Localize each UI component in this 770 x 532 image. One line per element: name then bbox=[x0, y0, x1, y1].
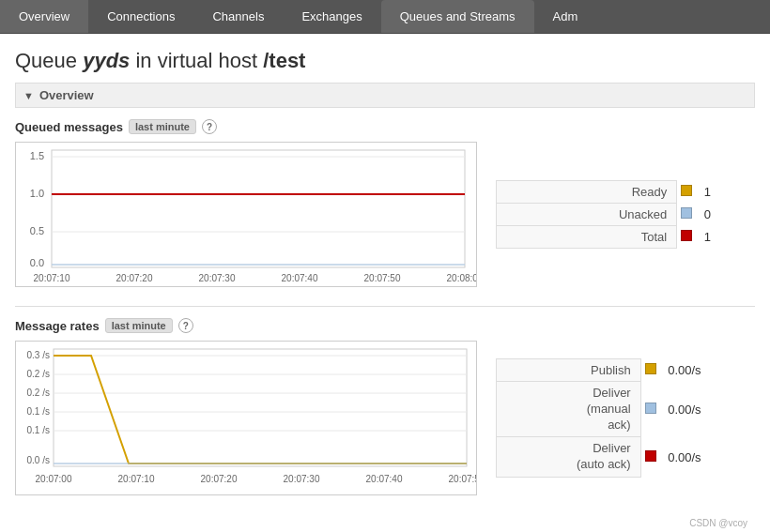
queued-messages-chart: 1.5 1.0 0.5 0.0 20:07:1 bbox=[15, 142, 477, 287]
stats-value-publish: 0.00/s bbox=[660, 358, 754, 381]
nav-bar: Overview Connections Channels Exchanges … bbox=[0, 0, 770, 34]
nav-item-connections[interactable]: Connections bbox=[88, 0, 193, 33]
svg-text:20:07:40: 20:07:40 bbox=[366, 474, 403, 484]
queued-messages-stats: Ready 1 Unacked 0 Total 1 bbox=[496, 142, 755, 287]
queued-messages-badge[interactable]: last minute bbox=[129, 119, 196, 134]
queue-name: yyds bbox=[83, 49, 130, 72]
overview-section-header[interactable]: ▼ Overview bbox=[15, 83, 755, 108]
nav-item-exchanges[interactable]: Exchanges bbox=[283, 0, 380, 33]
svg-text:0.1 /s: 0.1 /s bbox=[27, 406, 50, 417]
message-rates-chart: 0.3 /s 0.2 /s 0.2 /s 0.1 /s 0.1 /s 0.0 /… bbox=[15, 341, 477, 495]
stats-label-total: Total bbox=[497, 226, 677, 249]
stats-label-publish: Publish bbox=[497, 358, 641, 381]
message-rates-badge[interactable]: last minute bbox=[105, 318, 173, 333]
svg-text:20:07:50: 20:07:50 bbox=[364, 273, 401, 283]
message-rates-label: Message rates bbox=[15, 319, 100, 333]
page-content: Queue yyds in virtual host /test ▼ Overv… bbox=[0, 34, 770, 532]
message-rates-stats: Publish 0.00/s Deliver(manualack) 0.00/s… bbox=[496, 341, 755, 495]
svg-text:20:07:20: 20:07:20 bbox=[201, 474, 238, 484]
nav-item-admin[interactable]: Adm bbox=[534, 0, 597, 33]
svg-text:0.2 /s: 0.2 /s bbox=[27, 369, 50, 379]
stats-value-deliver-auto: 0.00/s bbox=[660, 437, 754, 478]
svg-text:0.5: 0.5 bbox=[30, 225, 44, 236]
message-rates-stats-table: Publish 0.00/s Deliver(manualack) 0.00/s… bbox=[496, 358, 755, 478]
title-middle: in virtual host bbox=[135, 49, 263, 72]
message-rates-row: 0.3 /s 0.2 /s 0.2 /s 0.1 /s 0.1 /s 0.0 /… bbox=[15, 341, 755, 495]
stats-color-unacked bbox=[677, 204, 697, 226]
queued-messages-title-row: Queued messages last minute ? bbox=[15, 119, 755, 134]
stats-value-ready: 1 bbox=[697, 181, 755, 204]
svg-rect-23 bbox=[54, 349, 467, 466]
stats-label-deliver-manual: Deliver(manualack) bbox=[497, 381, 641, 437]
stats-row-total: Total 1 bbox=[497, 226, 755, 249]
svg-text:20:07:30: 20:07:30 bbox=[199, 273, 236, 283]
stats-row-unacked: Unacked 0 bbox=[497, 204, 755, 226]
overview-section-label: Overview bbox=[39, 88, 94, 102]
watermark: CSDN @vcoy bbox=[15, 514, 755, 532]
queued-messages-label: Queued messages bbox=[15, 120, 123, 134]
svg-text:1.0: 1.0 bbox=[30, 188, 44, 199]
queued-messages-help[interactable]: ? bbox=[202, 119, 217, 134]
page-title: Queue yyds in virtual host /test bbox=[15, 49, 755, 73]
stats-color-ready bbox=[677, 181, 697, 204]
svg-rect-4 bbox=[52, 150, 465, 267]
stats-label-ready: Ready bbox=[497, 181, 677, 204]
svg-text:0.3 /s: 0.3 /s bbox=[27, 350, 50, 360]
svg-text:20:07:10: 20:07:10 bbox=[118, 474, 155, 484]
svg-text:20:07:30: 20:07:30 bbox=[284, 474, 320, 484]
stats-value-total: 1 bbox=[697, 226, 755, 249]
nav-item-channels[interactable]: Channels bbox=[193, 0, 283, 33]
queued-messages-stats-table: Ready 1 Unacked 0 Total 1 bbox=[496, 180, 755, 249]
nav-item-queues[interactable]: Queues and Streams bbox=[381, 0, 534, 33]
message-rates-svg: 0.3 /s 0.2 /s 0.2 /s 0.1 /s 0.1 /s 0.0 /… bbox=[16, 342, 476, 492]
stats-value-deliver-manual: 0.00/s bbox=[660, 381, 754, 437]
queued-messages-row: 1.5 1.0 0.5 0.0 20:07:1 bbox=[15, 142, 755, 287]
svg-text:20:07:00: 20:07:00 bbox=[36, 474, 72, 484]
queued-messages-svg: 1.5 1.0 0.5 0.0 20:07:1 bbox=[16, 143, 476, 283]
svg-text:20:07:40: 20:07:40 bbox=[282, 273, 318, 283]
message-rates-title-row: Message rates last minute ? bbox=[15, 318, 755, 333]
svg-text:1.5: 1.5 bbox=[30, 150, 44, 161]
section-divider-1 bbox=[15, 306, 755, 307]
virtual-host: /test bbox=[263, 49, 305, 72]
stats-row-deliver-manual: Deliver(manualack) 0.00/s bbox=[497, 381, 755, 437]
svg-text:20:07:20: 20:07:20 bbox=[116, 273, 153, 283]
svg-text:0.0: 0.0 bbox=[30, 257, 44, 268]
nav-item-overview[interactable]: Overview bbox=[0, 0, 88, 33]
stats-color-deliver-auto bbox=[640, 437, 660, 478]
svg-text:20:08:00: 20:08:00 bbox=[447, 273, 476, 283]
svg-text:0.1 /s: 0.1 /s bbox=[27, 425, 50, 435]
stats-color-deliver-manual bbox=[640, 381, 660, 437]
stats-value-unacked: 0 bbox=[697, 204, 755, 226]
stats-row-deliver-auto: Deliver(auto ack) 0.00/s bbox=[497, 437, 755, 478]
stats-row-publish: Publish 0.00/s bbox=[497, 358, 755, 381]
stats-label-unacked: Unacked bbox=[497, 204, 677, 226]
stats-row-ready: Ready 1 bbox=[497, 181, 755, 204]
svg-text:20:07:10: 20:07:10 bbox=[34, 273, 70, 283]
svg-text:0.2 /s: 0.2 /s bbox=[27, 388, 50, 398]
svg-text:20:07:50: 20:07:50 bbox=[449, 474, 476, 484]
section-arrow-icon: ▼ bbox=[23, 90, 34, 101]
title-prefix: Queue bbox=[15, 49, 77, 72]
stats-color-publish bbox=[640, 358, 660, 381]
stats-label-deliver-auto: Deliver(auto ack) bbox=[497, 437, 641, 478]
stats-color-total bbox=[677, 226, 697, 249]
message-rates-help[interactable]: ? bbox=[178, 318, 193, 333]
svg-text:0.0 /s: 0.0 /s bbox=[27, 455, 50, 465]
